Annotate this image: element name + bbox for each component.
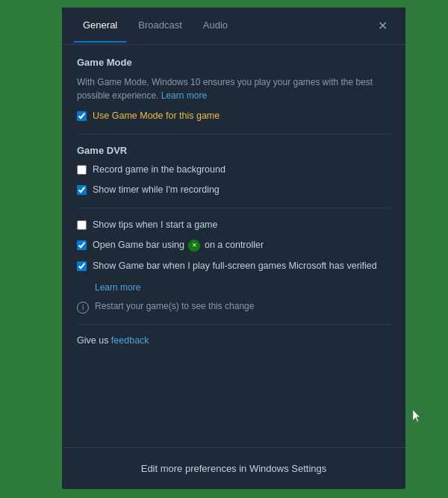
- close-button[interactable]: ✕: [371, 15, 393, 37]
- game-mode-desc: With Game Mode, Windows 10 ensures you p…: [77, 75, 391, 102]
- open-gamebar-label: Open Game bar using on a controller: [93, 239, 264, 252]
- show-tips-label: Show tips when I start a game: [93, 219, 217, 232]
- dialog-header: General Broadcast Audio ✕: [62, 7, 405, 45]
- tab-audio[interactable]: Audio: [194, 9, 237, 43]
- record-bg-row: Record game in the background: [77, 164, 391, 177]
- show-tips-checkbox[interactable]: [77, 220, 87, 230]
- restart-notice-row: i Restart your game(s) to see this chang…: [77, 301, 391, 314]
- record-bg-checkbox[interactable]: [77, 165, 87, 175]
- open-gamebar-row: Open Game bar using on a controller: [77, 239, 391, 252]
- feedback-link[interactable]: feedback: [111, 335, 149, 346]
- show-gamebar-fullscreen-row: Show Game bar when I play full-screen ga…: [77, 260, 391, 273]
- divider-1: [77, 134, 391, 134]
- show-timer-label: Show timer while I'm recording: [93, 184, 220, 197]
- show-gamebar-fullscreen-label: Show Game bar when I play full-screen ga…: [93, 260, 377, 273]
- dialog-footer: Edit more preferences in Windows Setting…: [62, 447, 405, 489]
- feedback-prefix: Give us: [77, 335, 111, 346]
- restart-notice-text: Restart your game(s) to see this change: [95, 301, 254, 311]
- game-mode-title: Game Mode: [77, 57, 391, 68]
- tab-general[interactable]: General: [74, 9, 126, 43]
- dialog-content: Game Mode With Game Mode, Windows 10 ens…: [62, 45, 405, 447]
- game-dvr-title: Game DVR: [77, 145, 391, 156]
- use-game-mode-row: Use Game Mode for this game: [77, 110, 391, 123]
- show-tips-row: Show tips when I start a game: [77, 219, 391, 232]
- feedback-row: Give us feedback: [77, 335, 391, 346]
- use-game-mode-checkbox[interactable]: [77, 111, 87, 121]
- windows-settings-button[interactable]: Edit more preferences in Windows Setting…: [77, 457, 391, 480]
- game-dvr-section: Game DVR Record game in the background S…: [77, 145, 391, 197]
- open-gamebar-checkbox[interactable]: [77, 240, 87, 250]
- show-timer-row: Show timer while I'm recording: [77, 184, 391, 197]
- divider-2: [77, 208, 391, 208]
- settings-dialog: General Broadcast Audio ✕ Game Mode With…: [62, 7, 405, 489]
- record-bg-label: Record game in the background: [93, 164, 225, 177]
- tab-broadcast[interactable]: Broadcast: [129, 9, 191, 43]
- show-gamebar-fullscreen-checkbox[interactable]: [77, 261, 87, 271]
- other-options-section: Show tips when I start a game Open Game …: [77, 219, 391, 314]
- show-timer-checkbox[interactable]: [77, 185, 87, 195]
- xbox-controller-icon: [188, 240, 200, 252]
- game-mode-section: Game Mode With Game Mode, Windows 10 ens…: [77, 57, 391, 123]
- gamebar-learn-more-link[interactable]: Learn more: [95, 282, 140, 293]
- game-mode-learn-more-link[interactable]: Learn more: [161, 90, 207, 101]
- divider-3: [77, 324, 391, 325]
- info-icon: i: [77, 302, 89, 314]
- use-game-mode-label: Use Game Mode for this game: [93, 110, 220, 123]
